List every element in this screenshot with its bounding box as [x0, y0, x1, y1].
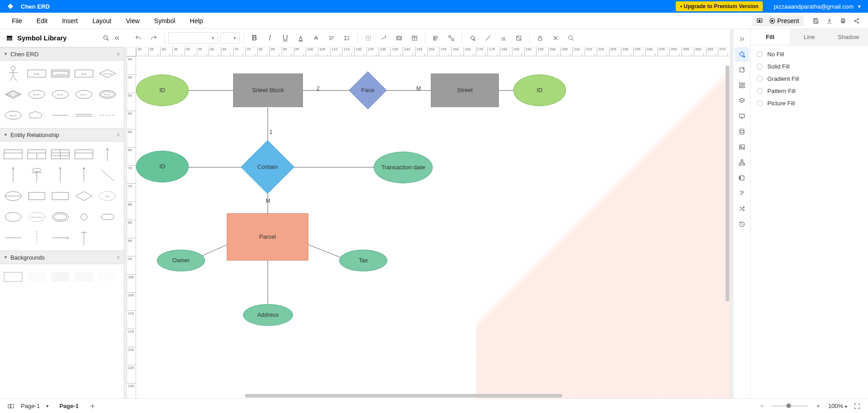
tab-fill[interactable]: Fill: [751, 29, 790, 45]
shape-v-cross[interactable]: [73, 229, 94, 247]
category-backgrounds[interactable]: ▼ Backgrounds ×: [0, 251, 124, 264]
fill-option-pattern[interactable]: Pattern Fill: [757, 88, 862, 94]
history-tool-icon[interactable]: [735, 217, 749, 231]
menu-file[interactable]: File: [5, 17, 29, 25]
page-tab-1[interactable]: Page-1: [52, 403, 86, 409]
bg-5[interactable]: [97, 268, 118, 286]
user-email[interactable]: pizzaaandparatha@gmail.com: [774, 3, 853, 10]
shape-circle[interactable]: [73, 208, 94, 226]
shape-weak-entity[interactable]: Weak Entity: [50, 64, 71, 83]
shape-rounded[interactable]: [97, 208, 118, 226]
shape-weak[interactable]: Weak: [97, 187, 118, 205]
image-tool-icon[interactable]: [735, 140, 749, 154]
shape-id-relationship[interactable]: Relationship: [3, 85, 24, 103]
shape-cloud[interactable]: [26, 106, 47, 124]
node-contain[interactable]: Contain: [241, 141, 294, 193]
shape-conn1[interactable]: [3, 166, 24, 184]
node-id1[interactable]: ID: [136, 74, 189, 106]
node-tax[interactable]: Tax: [339, 250, 387, 271]
menu-edit[interactable]: Edit: [29, 17, 55, 25]
category-entity-relationship[interactable]: ▼ Entity Relationship ×: [0, 128, 124, 142]
line-style-button[interactable]: [497, 31, 510, 45]
menu-symbol[interactable]: Symbol: [147, 17, 183, 25]
node-street-block[interactable]: Srteet Block: [233, 74, 303, 107]
shape-table1[interactable]: [3, 145, 24, 163]
fill-color-button[interactable]: [466, 31, 479, 45]
node-transaction-date[interactable]: Transaction date: [374, 152, 433, 183]
shape-line-dot[interactable]: [50, 229, 71, 247]
italic-button[interactable]: I: [263, 31, 277, 45]
shape-conn3[interactable]: [50, 166, 71, 184]
font-size-select[interactable]: ▼: [220, 32, 240, 44]
save-icon[interactable]: [809, 17, 823, 25]
menu-help[interactable]: Help: [183, 17, 210, 25]
horizontal-scrollbar[interactable]: [245, 394, 562, 398]
line-color-button[interactable]: [481, 31, 495, 45]
shape-attribute2[interactable]: Attribute: [50, 85, 71, 103]
shape-attribute4[interactable]: Attribute: [97, 85, 118, 103]
fill-option-gradient[interactable]: Gradient Fill: [757, 75, 862, 82]
lock-button[interactable]: [533, 31, 547, 45]
shape-ellipse[interactable]: [3, 208, 24, 226]
menu-insert[interactable]: Insert: [55, 17, 85, 25]
vertical-scrollbar[interactable]: [726, 65, 729, 301]
undo-button[interactable]: [132, 31, 145, 45]
font-color-button[interactable]: [294, 31, 307, 45]
shape-diag-line[interactable]: [97, 166, 118, 184]
shape-arrow-up[interactable]: [97, 145, 118, 163]
grid-tool-icon[interactable]: [735, 78, 749, 93]
zoom-out-button[interactable]: −: [756, 403, 768, 409]
close-icon[interactable]: ×: [117, 50, 120, 58]
fill-option-solid[interactable]: Solid Fill: [757, 63, 862, 70]
table-button[interactable]: [408, 31, 421, 45]
align-button[interactable]: [325, 31, 338, 45]
search-icon[interactable]: [101, 34, 112, 42]
container-button[interactable]: [392, 31, 406, 45]
chevron-down-icon[interactable]: ▼: [857, 4, 862, 9]
strikethrough-button[interactable]: [309, 31, 323, 45]
node-owner[interactable]: Owner: [157, 250, 205, 271]
font-family-select[interactable]: ▼: [168, 32, 218, 44]
bg-4[interactable]: [73, 268, 94, 286]
page-selector[interactable]: Page-1▾: [17, 403, 52, 409]
share-icon[interactable]: [850, 17, 863, 25]
node-address[interactable]: Address: [243, 304, 293, 326]
shape-rect[interactable]: [26, 187, 47, 205]
node-id3[interactable]: ID: [136, 151, 189, 182]
shape-attribute3[interactable]: Attribute: [73, 85, 94, 103]
slideshow-button[interactable]: [752, 15, 767, 26]
component-tool-icon[interactable]: [735, 171, 749, 185]
shape-dash-v[interactable]: [26, 229, 47, 247]
shape-derived[interactable]: Derived attribute: [26, 208, 47, 226]
shape-entity2[interactable]: Entity: [73, 64, 94, 83]
zoom-slider[interactable]: [772, 405, 808, 407]
connector-tool-button[interactable]: [377, 31, 390, 45]
shape-table4[interactable]: [73, 145, 94, 163]
style-tool-icon[interactable]: [735, 63, 749, 77]
shape-attribute[interactable]: Attribute: [26, 85, 47, 103]
shape-double-line[interactable]: [73, 106, 94, 124]
collapse-panel-icon[interactable]: [112, 34, 122, 42]
shape-actor[interactable]: [3, 64, 24, 83]
node-street[interactable]: Street: [431, 74, 499, 107]
underline-button[interactable]: U: [278, 31, 292, 45]
close-icon[interactable]: ×: [117, 131, 120, 138]
zoom-in-button[interactable]: +: [812, 403, 824, 409]
zoom-level[interactable]: 100% ▾: [828, 403, 847, 409]
data-tool-icon[interactable]: [735, 124, 749, 139]
present-tool-icon[interactable]: [735, 109, 749, 123]
present-button[interactable]: Present: [767, 15, 804, 26]
fill-tool-icon[interactable]: [735, 47, 749, 62]
print-icon[interactable]: [836, 17, 850, 25]
align-objects-button[interactable]: [429, 31, 443, 45]
shape-relationship[interactable]: Relationship: [97, 64, 118, 83]
menu-view[interactable]: View: [119, 17, 147, 25]
tools-button[interactable]: [549, 31, 562, 45]
category-chen-erd[interactable]: ▼ Chen ERD ×: [0, 47, 124, 61]
tab-line[interactable]: Line: [790, 29, 829, 45]
shape-diamond[interactable]: [73, 187, 94, 205]
close-icon[interactable]: ×: [117, 254, 120, 261]
distribute-button[interactable]: [444, 31, 458, 45]
fill-option-picture[interactable]: Picture Fill: [757, 100, 862, 107]
tab-shadow[interactable]: Shadow: [829, 29, 868, 45]
